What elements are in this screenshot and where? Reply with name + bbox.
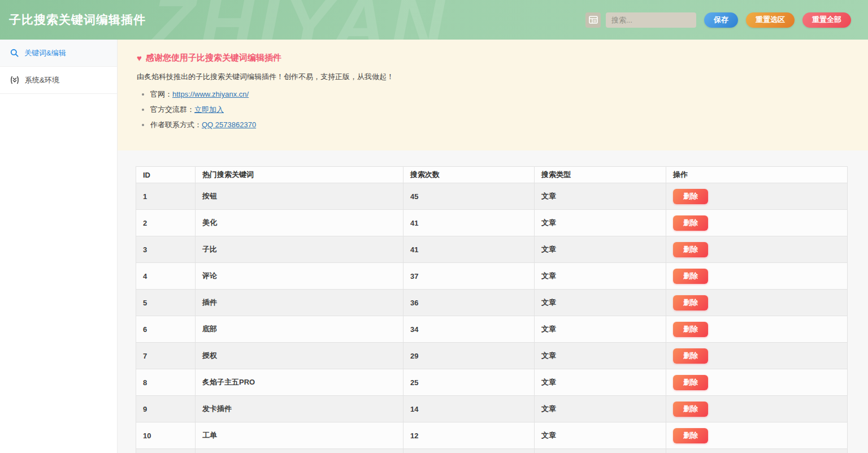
delete-button[interactable]: 删除	[673, 322, 708, 337]
reset-selection-button[interactable]: 重置选区	[746, 12, 795, 28]
col-header-count: 搜索次数	[403, 167, 535, 183]
cell-type: 文章	[535, 263, 666, 290]
table-body: 1 按钮 45 文章 删除 2 美化 41 文章 删除 3 子比 41 文章 删…	[136, 183, 848, 453]
cell-count: 41	[403, 236, 535, 263]
table-row-partial: 删除	[136, 449, 848, 453]
cell-type: 文章	[535, 396, 666, 422]
save-button[interactable]: 保存	[704, 12, 738, 28]
link-label: 官方交流群：	[150, 105, 194, 114]
system-icon	[10, 76, 19, 84]
cell-keyword: 插件	[196, 290, 403, 316]
sidebar: 关键词&编辑 系统&环境	[0, 40, 118, 453]
delete-button[interactable]: 删除	[673, 348, 708, 364]
cell-count: 14	[403, 396, 535, 422]
notice-heading: ♥ 感谢您使用子比搜索关键词编辑插件	[137, 53, 851, 63]
table-row: 3 子比 41 文章 删除	[136, 236, 848, 263]
cell-type: 文章	[535, 369, 666, 396]
main-layout: 关键词&编辑 系统&环境 ♥ 感谢您使用子比搜索关键词编辑插件	[0, 40, 868, 453]
link-label: 作者联系方式：	[150, 120, 202, 129]
table-header: ID 热门搜索关键词 搜索次数 搜索类型 操作	[136, 167, 848, 183]
cell-count: 36	[403, 290, 535, 316]
cell-keyword	[196, 449, 403, 453]
list-item: 官方交流群：立即加入	[150, 105, 851, 115]
cell-id: 9	[136, 396, 196, 422]
notice-intro: 由炙焰科技推出的子比搜索关键词编辑插件！创作不易，支持正版，从我做起！	[137, 72, 851, 82]
cell-id: 1	[136, 183, 196, 210]
delete-button[interactable]: 删除	[673, 428, 708, 443]
col-header-id: ID	[136, 167, 196, 183]
delete-button[interactable]: 删除	[673, 295, 708, 310]
table-row: 9 发卡插件 14 文章 删除	[136, 396, 848, 422]
page-title: 子比搜索关键词编辑插件	[9, 12, 146, 28]
delete-button[interactable]: 删除	[673, 242, 708, 257]
reset-all-button[interactable]: 重置全部	[802, 12, 851, 28]
cell-keyword: 发卡插件	[196, 396, 403, 422]
keyword-table: ID 热门搜索关键词 搜索次数 搜索类型 操作 1 按钮 45 文章 删除 2 …	[136, 166, 848, 453]
cell-count: 37	[403, 263, 535, 290]
col-header-actions: 操作	[666, 167, 848, 183]
cell-id: 6	[136, 316, 196, 343]
delete-button[interactable]: 删除	[673, 402, 708, 417]
cell-id: 2	[136, 210, 196, 236]
notice-heading-text: 感谢您使用子比搜索关键词编辑插件	[146, 53, 281, 63]
app-root: ZHIYAN 子比搜索关键词编辑插件 保存 重置选区 重置全部	[0, 0, 868, 453]
search-input[interactable]	[606, 12, 696, 28]
cell-type: 文章	[535, 210, 666, 236]
table-row: 1 按钮 45 文章 删除	[136, 183, 848, 210]
cell-keyword: 工单	[196, 422, 403, 449]
table-row: 6 底部 34 文章 删除	[136, 316, 848, 343]
delete-button[interactable]: 删除	[673, 375, 708, 390]
cell-id: 5	[136, 290, 196, 316]
cell-type: 文章	[535, 236, 666, 263]
col-header-type: 搜索类型	[535, 167, 666, 183]
cell-id: 7	[136, 343, 196, 369]
cell-keyword: 底部	[196, 316, 403, 343]
cell-count: 25	[403, 369, 535, 396]
content-area: ♥ 感谢您使用子比搜索关键词编辑插件 由炙焰科技推出的子比搜索关键词编辑插件！创…	[118, 40, 868, 453]
cell-actions: 删除	[666, 316, 848, 343]
cell-count: 29	[403, 343, 535, 369]
cell-actions: 删除	[666, 422, 848, 449]
cell-actions: 删除	[666, 183, 848, 210]
list-item: 作者联系方式：QQ 2573862370	[150, 120, 851, 130]
official-site-link[interactable]: https://www.zhiyanx.cn/	[172, 90, 249, 98]
cell-actions: 删除	[666, 210, 848, 236]
cell-keyword: 评论	[196, 263, 403, 290]
table-row: 5 插件 36 文章 删除	[136, 290, 848, 316]
cell-keyword: 炙焰子主五PRO	[196, 369, 403, 396]
cell-id: 10	[136, 422, 196, 449]
delete-button[interactable]: 删除	[673, 269, 708, 284]
join-group-link[interactable]: 立即加入	[194, 105, 224, 114]
author-contact-link[interactable]: QQ 2573862370	[202, 120, 256, 129]
header-controls: 保存 重置选区 重置全部	[585, 12, 851, 28]
search-icon	[10, 49, 19, 57]
delete-button[interactable]: 删除	[673, 215, 708, 231]
sidebar-item-label: 系统&环境	[25, 75, 59, 85]
cell-actions: 删除	[666, 236, 848, 263]
cell-actions: 删除	[666, 263, 848, 290]
cell-type: 文章	[535, 422, 666, 449]
cell-actions: 删除	[666, 290, 848, 316]
list-toggle-button[interactable]	[585, 12, 601, 28]
table-row: 7 授权 29 文章 删除	[136, 343, 848, 369]
keyword-table-wrap: ID 热门搜索关键词 搜索次数 搜索类型 操作 1 按钮 45 文章 删除 2 …	[136, 166, 848, 453]
sidebar-item-system-env[interactable]: 系统&环境	[0, 67, 117, 94]
col-header-keyword: 热门搜索关键词	[196, 167, 403, 183]
cell-keyword: 子比	[196, 236, 403, 263]
sidebar-item-keywords-edit[interactable]: 关键词&编辑	[0, 40, 117, 67]
watermark: ZHIYAN	[150, 0, 449, 40]
table-row: 10 工单 12 文章 删除	[136, 422, 848, 449]
delete-button[interactable]: 删除	[673, 189, 708, 204]
cell-count	[403, 449, 535, 453]
cell-actions: 删除	[666, 449, 848, 453]
cell-count: 34	[403, 316, 535, 343]
app-header: ZHIYAN 子比搜索关键词编辑插件 保存 重置选区 重置全部	[0, 0, 868, 40]
sidebar-item-label: 关键词&编辑	[24, 48, 66, 58]
cell-actions: 删除	[666, 369, 848, 396]
cell-count: 41	[403, 210, 535, 236]
table-row: 4 评论 37 文章 删除	[136, 263, 848, 290]
heart-icon: ♥	[137, 53, 142, 63]
table-row: 8 炙焰子主五PRO 25 文章 删除	[136, 369, 848, 396]
table-row: 2 美化 41 文章 删除	[136, 210, 848, 236]
cell-type: 文章	[535, 183, 666, 210]
